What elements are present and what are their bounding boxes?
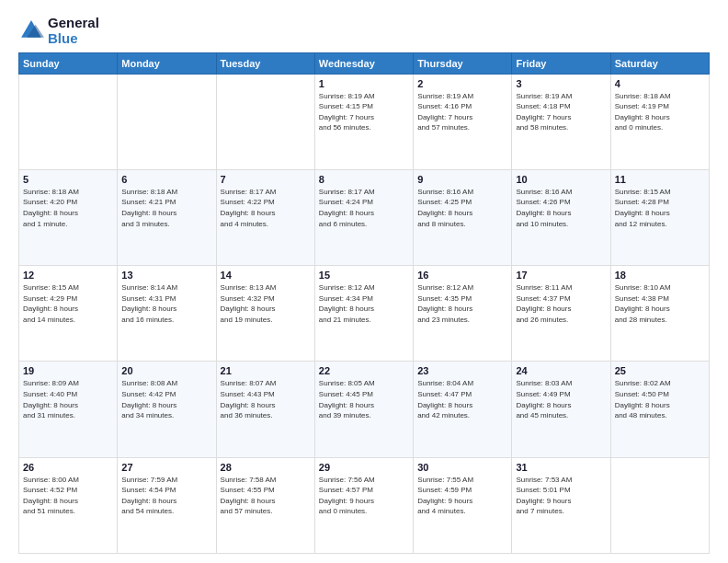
- day-info: Sunrise: 8:18 AM Sunset: 4:19 PM Dayligh…: [615, 91, 705, 133]
- calendar-day: 1Sunrise: 8:19 AM Sunset: 4:15 PM Daylig…: [314, 74, 413, 169]
- calendar-day: 6Sunrise: 8:18 AM Sunset: 4:21 PM Daylig…: [118, 169, 216, 265]
- day-info: Sunrise: 8:19 AM Sunset: 4:18 PM Dayligh…: [516, 91, 606, 133]
- day-number: 12: [23, 270, 113, 281]
- day-header-monday: Monday: [118, 52, 216, 74]
- day-header-wednesday: Wednesday: [314, 52, 413, 74]
- day-info: Sunrise: 8:16 AM Sunset: 4:25 PM Dayligh…: [417, 187, 507, 229]
- day-number: 4: [615, 78, 705, 89]
- logo-icon: [18, 17, 44, 43]
- day-info: Sunrise: 8:11 AM Sunset: 4:37 PM Dayligh…: [516, 282, 606, 325]
- calendar-day: 21Sunrise: 8:07 AM Sunset: 4:43 PM Dayli…: [216, 362, 314, 457]
- day-info: Sunrise: 8:12 AM Sunset: 4:34 PM Dayligh…: [319, 282, 409, 325]
- calendar-day: 10Sunrise: 8:16 AM Sunset: 4:26 PM Dayli…: [512, 169, 610, 265]
- day-number: 26: [23, 462, 113, 473]
- day-number: 8: [319, 174, 409, 185]
- calendar-day: [118, 74, 216, 169]
- calendar-day: 8Sunrise: 8:17 AM Sunset: 4:24 PM Daylig…: [314, 169, 413, 265]
- day-number: 21: [221, 365, 311, 376]
- header: General Blue: [18, 15, 710, 47]
- day-info: Sunrise: 8:08 AM Sunset: 4:42 PM Dayligh…: [121, 378, 211, 420]
- day-info: Sunrise: 8:04 AM Sunset: 4:47 PM Dayligh…: [417, 378, 507, 420]
- day-number: 18: [615, 270, 705, 281]
- calendar-day: 28Sunrise: 7:58 AM Sunset: 4:55 PM Dayli…: [216, 457, 314, 553]
- calendar-day: 24Sunrise: 8:03 AM Sunset: 4:49 PM Dayli…: [512, 362, 610, 457]
- day-number: 31: [516, 462, 606, 473]
- logo: General Blue: [18, 15, 99, 47]
- day-number: 2: [417, 78, 507, 89]
- calendar-day: 2Sunrise: 8:19 AM Sunset: 4:16 PM Daylig…: [414, 74, 512, 169]
- day-info: Sunrise: 8:17 AM Sunset: 4:22 PM Dayligh…: [221, 187, 311, 229]
- day-info: Sunrise: 8:12 AM Sunset: 4:35 PM Dayligh…: [417, 282, 507, 325]
- day-number: 17: [516, 270, 606, 281]
- day-info: Sunrise: 7:53 AM Sunset: 5:01 PM Dayligh…: [516, 475, 606, 517]
- calendar-week-row: 12Sunrise: 8:15 AM Sunset: 4:29 PM Dayli…: [19, 266, 710, 362]
- day-info: Sunrise: 8:18 AM Sunset: 4:21 PM Dayligh…: [121, 187, 211, 229]
- calendar-header-row: SundayMondayTuesdayWednesdayThursdayFrid…: [19, 52, 710, 74]
- calendar-week-row: 5Sunrise: 8:18 AM Sunset: 4:20 PM Daylig…: [19, 169, 710, 265]
- day-info: Sunrise: 8:13 AM Sunset: 4:32 PM Dayligh…: [221, 282, 311, 325]
- day-number: 11: [615, 174, 705, 185]
- calendar-day: 12Sunrise: 8:15 AM Sunset: 4:29 PM Dayli…: [19, 266, 118, 362]
- day-number: 27: [121, 462, 211, 473]
- calendar-week-row: 1Sunrise: 8:19 AM Sunset: 4:15 PM Daylig…: [19, 74, 710, 169]
- day-number: 5: [23, 174, 113, 185]
- calendar-day: 3Sunrise: 8:19 AM Sunset: 4:18 PM Daylig…: [512, 74, 610, 169]
- day-info: Sunrise: 8:18 AM Sunset: 4:20 PM Dayligh…: [23, 187, 113, 229]
- day-number: 23: [417, 365, 507, 376]
- day-number: 9: [417, 174, 507, 185]
- calendar-day: 7Sunrise: 8:17 AM Sunset: 4:22 PM Daylig…: [216, 169, 314, 265]
- day-number: 24: [516, 365, 606, 376]
- calendar-day: 26Sunrise: 8:00 AM Sunset: 4:52 PM Dayli…: [19, 457, 118, 553]
- calendar-day: 30Sunrise: 7:55 AM Sunset: 4:59 PM Dayli…: [414, 457, 512, 553]
- calendar-day: [19, 74, 118, 169]
- calendar-day: 17Sunrise: 8:11 AM Sunset: 4:37 PM Dayli…: [512, 266, 610, 362]
- day-info: Sunrise: 8:03 AM Sunset: 4:49 PM Dayligh…: [516, 378, 606, 420]
- day-info: Sunrise: 8:10 AM Sunset: 4:38 PM Dayligh…: [615, 282, 705, 325]
- day-info: Sunrise: 7:59 AM Sunset: 4:54 PM Dayligh…: [121, 475, 211, 517]
- calendar-day: 14Sunrise: 8:13 AM Sunset: 4:32 PM Dayli…: [216, 266, 314, 362]
- calendar-day: 15Sunrise: 8:12 AM Sunset: 4:34 PM Dayli…: [314, 266, 413, 362]
- day-info: Sunrise: 8:15 AM Sunset: 4:28 PM Dayligh…: [615, 187, 705, 229]
- day-number: 19: [23, 365, 113, 376]
- calendar-day: 13Sunrise: 8:14 AM Sunset: 4:31 PM Dayli…: [118, 266, 216, 362]
- calendar-day: 25Sunrise: 8:02 AM Sunset: 4:50 PM Dayli…: [610, 362, 709, 457]
- calendar-day: 16Sunrise: 8:12 AM Sunset: 4:35 PM Dayli…: [414, 266, 512, 362]
- calendar-day: 4Sunrise: 8:18 AM Sunset: 4:19 PM Daylig…: [610, 74, 709, 169]
- day-number: 6: [121, 174, 211, 185]
- day-header-thursday: Thursday: [414, 52, 512, 74]
- calendar-day: 11Sunrise: 8:15 AM Sunset: 4:28 PM Dayli…: [610, 169, 709, 265]
- day-number: 13: [121, 270, 211, 281]
- calendar-day: 20Sunrise: 8:08 AM Sunset: 4:42 PM Dayli…: [118, 362, 216, 457]
- day-number: 7: [221, 174, 311, 185]
- calendar-day: 9Sunrise: 8:16 AM Sunset: 4:25 PM Daylig…: [414, 169, 512, 265]
- day-info: Sunrise: 8:15 AM Sunset: 4:29 PM Dayligh…: [23, 282, 113, 325]
- day-number: 14: [221, 270, 311, 281]
- calendar-day: 27Sunrise: 7:59 AM Sunset: 4:54 PM Dayli…: [118, 457, 216, 553]
- day-number: 30: [417, 462, 507, 473]
- calendar-week-row: 19Sunrise: 8:09 AM Sunset: 4:40 PM Dayli…: [19, 362, 710, 457]
- day-number: 25: [615, 365, 705, 376]
- day-info: Sunrise: 8:07 AM Sunset: 4:43 PM Dayligh…: [221, 378, 311, 420]
- day-info: Sunrise: 8:00 AM Sunset: 4:52 PM Dayligh…: [23, 475, 113, 517]
- calendar-table: SundayMondayTuesdayWednesdayThursdayFrid…: [18, 52, 710, 555]
- day-info: Sunrise: 8:09 AM Sunset: 4:40 PM Dayligh…: [23, 378, 113, 420]
- logo-text: General Blue: [48, 15, 99, 47]
- day-header-tuesday: Tuesday: [216, 52, 314, 74]
- day-info: Sunrise: 8:02 AM Sunset: 4:50 PM Dayligh…: [615, 378, 705, 420]
- calendar-day: 5Sunrise: 8:18 AM Sunset: 4:20 PM Daylig…: [19, 169, 118, 265]
- day-number: 3: [516, 78, 606, 89]
- day-info: Sunrise: 8:16 AM Sunset: 4:26 PM Dayligh…: [516, 187, 606, 229]
- calendar-day: 31Sunrise: 7:53 AM Sunset: 5:01 PM Dayli…: [512, 457, 610, 553]
- day-number: 28: [221, 462, 311, 473]
- page: General Blue SundayMondayTuesdayWednesda…: [0, 0, 728, 563]
- calendar-week-row: 26Sunrise: 8:00 AM Sunset: 4:52 PM Dayli…: [19, 457, 710, 553]
- day-info: Sunrise: 8:17 AM Sunset: 4:24 PM Dayligh…: [319, 187, 409, 229]
- day-info: Sunrise: 8:19 AM Sunset: 4:16 PM Dayligh…: [417, 91, 507, 133]
- calendar-day: [216, 74, 314, 169]
- day-header-friday: Friday: [512, 52, 610, 74]
- day-number: 10: [516, 174, 606, 185]
- day-info: Sunrise: 7:55 AM Sunset: 4:59 PM Dayligh…: [417, 475, 507, 517]
- calendar-day: 19Sunrise: 8:09 AM Sunset: 4:40 PM Dayli…: [19, 362, 118, 457]
- day-info: Sunrise: 8:14 AM Sunset: 4:31 PM Dayligh…: [121, 282, 211, 325]
- calendar-day: 29Sunrise: 7:56 AM Sunset: 4:57 PM Dayli…: [314, 457, 413, 553]
